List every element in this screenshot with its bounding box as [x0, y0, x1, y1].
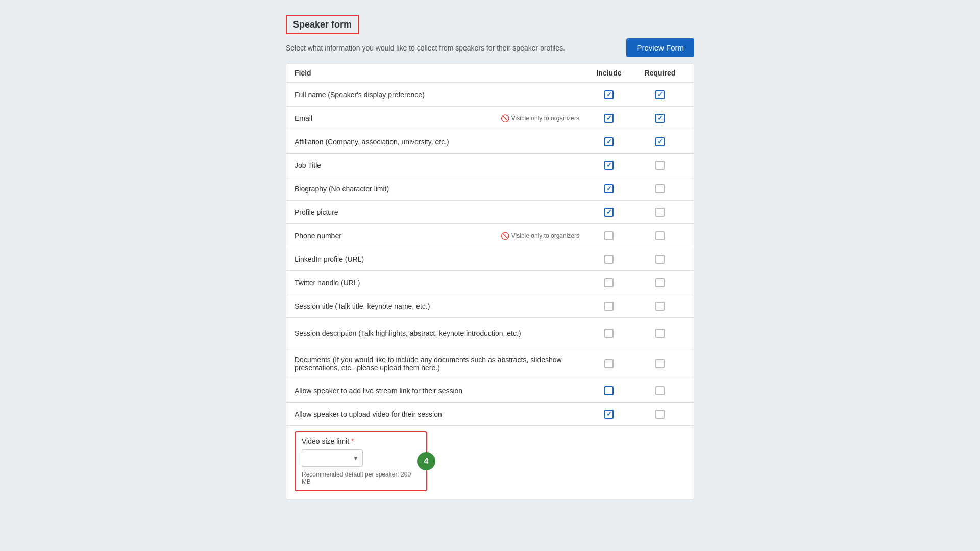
required-checkbox-email[interactable]: [655, 114, 665, 123]
required-checkbox-session-description[interactable]: [655, 329, 665, 338]
subtitle: Select what information you would like t…: [286, 44, 565, 52]
fields-table: Field Include Required Full name (Speake…: [286, 63, 694, 500]
required-checkbox-biography[interactable]: [655, 184, 665, 193]
required-star: *: [351, 437, 354, 445]
required-documents[interactable]: [634, 359, 685, 368]
required-checkbox-documents[interactable]: [655, 359, 665, 368]
required-biography[interactable]: [634, 184, 685, 193]
required-checkbox-twitter[interactable]: [655, 278, 665, 287]
include-session-description[interactable]: [583, 329, 634, 338]
include-checkbox-profile-picture[interactable]: [604, 208, 614, 217]
required-checkbox-phone-number[interactable]: [655, 231, 665, 240]
required-job-title[interactable]: [634, 161, 685, 170]
video-size-inner: Video size limit * 100 MB 200 MB 500 MB …: [295, 431, 427, 491]
include-session-title[interactable]: [583, 302, 634, 311]
recommended-text: Recommended default per speaker: 200 MB: [302, 471, 420, 485]
table-row: Documents (If you would like to include …: [286, 348, 694, 379]
table-row: Phone number 🚫 Visible only to organizer…: [286, 224, 694, 247]
include-checkbox-upload-video[interactable]: [604, 410, 614, 419]
include-checkbox-documents[interactable]: [604, 359, 614, 368]
required-linkedin[interactable]: [634, 255, 685, 264]
field-email: Email 🚫 Visible only to organizers: [295, 114, 583, 122]
table-row: Session description (Talk highlights, ab…: [286, 318, 694, 348]
include-checkbox-twitter[interactable]: [604, 278, 614, 287]
include-profile-picture[interactable]: [583, 208, 634, 217]
include-checkbox-session-title[interactable]: [604, 302, 614, 311]
include-phone-number[interactable]: [583, 231, 634, 240]
field-full-name: Full name (Speaker's display preference): [295, 91, 583, 99]
field-phone-number: Phone number 🚫 Visible only to organizer…: [295, 232, 583, 240]
table-row: Email 🚫 Visible only to organizers: [286, 107, 694, 130]
col-include: Include: [583, 69, 634, 77]
video-size-dropdown-wrapper[interactable]: 100 MB 200 MB 500 MB 1 GB ▼: [302, 449, 363, 467]
step-badge: 4: [417, 452, 435, 470]
required-phone-number[interactable]: [634, 231, 685, 240]
video-size-dropdown[interactable]: 100 MB 200 MB 500 MB 1 GB: [302, 449, 363, 467]
table-row: Twitter handle (URL): [286, 271, 694, 294]
include-checkbox-live-stream[interactable]: [604, 386, 614, 395]
include-checkbox-linkedin[interactable]: [604, 255, 614, 264]
table-row: Allow speaker to upload video for their …: [286, 403, 694, 426]
visible-only-badge-email: 🚫 Visible only to organizers: [501, 114, 579, 122]
field-job-title: Job Title: [295, 161, 583, 169]
table-header: Field Include Required: [286, 64, 694, 83]
field-session-title: Session title (Talk title, keynote name,…: [295, 302, 583, 310]
required-profile-picture[interactable]: [634, 208, 685, 217]
field-live-stream: Allow speaker to add live stream link fo…: [295, 387, 583, 395]
required-twitter[interactable]: [634, 278, 685, 287]
required-email[interactable]: [634, 114, 685, 123]
include-checkbox-phone-number[interactable]: [604, 231, 614, 240]
table-row: Session title (Talk title, keynote name,…: [286, 294, 694, 318]
required-live-stream[interactable]: [634, 386, 685, 395]
header-row: Select what information you would like t…: [286, 38, 694, 57]
col-field: Field: [295, 69, 583, 77]
required-checkbox-job-title[interactable]: [655, 161, 665, 170]
table-row: LinkedIn profile (URL): [286, 247, 694, 271]
table-row: Affiliation (Company, association, unive…: [286, 130, 694, 154]
required-session-description[interactable]: [634, 329, 685, 338]
required-checkbox-full-name[interactable]: [655, 90, 665, 99]
include-checkbox-affiliation[interactable]: [604, 137, 614, 146]
include-biography[interactable]: [583, 184, 634, 193]
required-checkbox-profile-picture[interactable]: [655, 208, 665, 217]
main-container: Speaker form Select what information you…: [286, 15, 694, 541]
col-required: Required: [634, 69, 685, 77]
field-linkedin: LinkedIn profile (URL): [295, 255, 583, 263]
include-live-stream[interactable]: [583, 386, 634, 395]
video-size-label: Video size limit *: [302, 437, 420, 445]
field-session-description: Session description (Talk highlights, ab…: [295, 329, 583, 337]
preview-form-button[interactable]: Preview Form: [626, 38, 694, 57]
field-profile-picture: Profile picture: [295, 208, 583, 216]
field-affiliation: Affiliation (Company, association, unive…: [295, 138, 583, 146]
include-job-title[interactable]: [583, 161, 634, 170]
include-email[interactable]: [583, 114, 634, 123]
table-row: Job Title: [286, 154, 694, 177]
include-checkbox-job-title[interactable]: [604, 161, 614, 170]
field-biography: Biography (No character limit): [295, 185, 583, 193]
required-checkbox-upload-video[interactable]: [655, 410, 665, 419]
include-affiliation[interactable]: [583, 137, 634, 146]
eye-slash-icon: 🚫: [501, 114, 509, 122]
visible-only-badge-phone: 🚫 Visible only to organizers: [501, 232, 579, 240]
include-checkbox-biography[interactable]: [604, 184, 614, 193]
table-row: Allow speaker to add live stream link fo…: [286, 379, 694, 403]
include-checkbox-full-name[interactable]: [604, 90, 614, 99]
include-checkbox-session-description[interactable]: [604, 329, 614, 338]
required-checkbox-session-title[interactable]: [655, 302, 665, 311]
required-checkbox-linkedin[interactable]: [655, 255, 665, 264]
required-affiliation[interactable]: [634, 137, 685, 146]
video-size-section: Video size limit * 100 MB 200 MB 500 MB …: [286, 426, 694, 499]
include-full-name[interactable]: [583, 90, 634, 99]
required-checkbox-affiliation[interactable]: [655, 137, 665, 146]
table-row: Full name (Speaker's display preference): [286, 83, 694, 107]
include-twitter[interactable]: [583, 278, 634, 287]
required-checkbox-live-stream[interactable]: [655, 386, 665, 395]
required-session-title[interactable]: [634, 302, 685, 311]
required-full-name[interactable]: [634, 90, 685, 99]
include-upload-video[interactable]: [583, 410, 634, 419]
required-upload-video[interactable]: [634, 410, 685, 419]
speaker-form-title: Speaker form: [286, 15, 359, 34]
include-documents[interactable]: [583, 359, 634, 368]
include-linkedin[interactable]: [583, 255, 634, 264]
include-checkbox-email[interactable]: [604, 114, 614, 123]
